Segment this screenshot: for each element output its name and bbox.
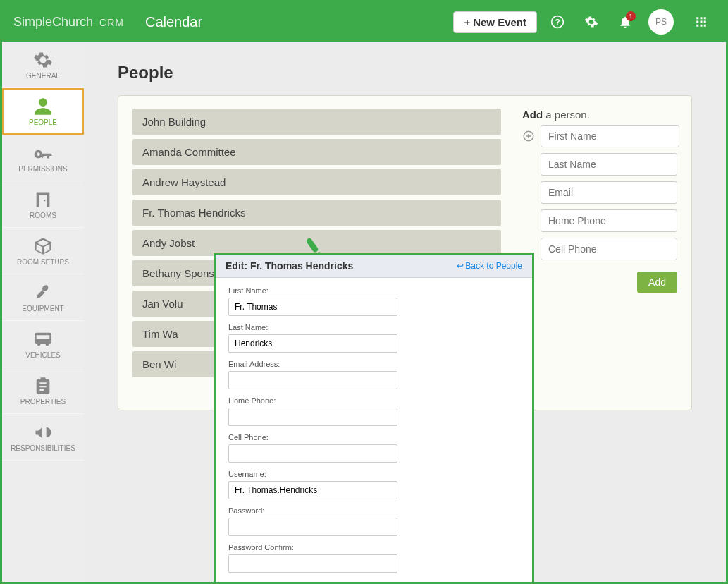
brand-logo[interactable]: SimpleChurch CRM xyxy=(13,15,124,30)
person-icon xyxy=(33,97,53,116)
plus-circle-icon xyxy=(522,130,535,142)
cell-phone-input[interactable] xyxy=(541,238,677,260)
sidebar-label: ROOM SETUPS xyxy=(17,258,69,266)
svg-rect-8 xyxy=(696,25,698,27)
edit-username-input[interactable] xyxy=(228,481,397,499)
email-label: Email Address: xyxy=(228,360,519,368)
sidebar-label: EQUIPMENT xyxy=(22,305,63,312)
sidebar-item-responsibilities[interactable]: RESPONSIBILITIES xyxy=(2,414,84,461)
people-row[interactable]: John Building xyxy=(132,109,501,135)
megaphone-icon xyxy=(33,422,53,442)
door-icon xyxy=(33,190,53,209)
username-label: Username: xyxy=(228,470,519,478)
sidebar-item-general[interactable]: GENERAL xyxy=(2,42,84,88)
user-avatar[interactable]: PS xyxy=(648,9,674,35)
edit-password-input[interactable] xyxy=(228,518,397,536)
help-icon[interactable]: ? xyxy=(544,8,571,35)
settings-icon[interactable] xyxy=(578,8,605,35)
mic-icon xyxy=(33,283,53,303)
sidebar-label: PERMISSIONS xyxy=(18,165,67,173)
add-label-rest: a person. xyxy=(543,109,590,121)
svg-rect-9 xyxy=(701,25,703,27)
topbar: SimpleChurch CRM Calendar + New Event ? … xyxy=(2,2,726,42)
edit-first-name-input[interactable] xyxy=(228,298,397,316)
svg-rect-4 xyxy=(704,17,706,19)
edit-password-confirm-input[interactable] xyxy=(228,554,397,573)
edit-cell-phone-input[interactable] xyxy=(228,444,397,463)
apps-grid-icon[interactable] xyxy=(688,8,715,35)
topbar-page-title: Calendar xyxy=(145,14,202,30)
edit-home-phone-input[interactable] xyxy=(228,408,397,426)
last-name-input[interactable] xyxy=(541,153,677,176)
new-event-button[interactable]: + New Event xyxy=(453,11,537,33)
sidebar-label: PEOPLE xyxy=(29,118,57,126)
modal-body: First Name: Last Name: Email Address: Ho… xyxy=(216,278,532,584)
sidebar-label: ROOMS xyxy=(30,212,56,219)
password-confirm-label: Password Confirm: xyxy=(228,543,519,552)
back-to-people-link[interactable]: ↩ Back to People xyxy=(457,261,522,271)
edit-person-modal: Edit: Fr. Thomas Hendricks ↩ Back to Peo… xyxy=(214,253,534,584)
email-input[interactable] xyxy=(541,181,677,204)
add-person-panel: Add a person. Add xyxy=(522,109,677,382)
sidebar-item-permissions[interactable]: PERMISSIONS xyxy=(2,135,84,181)
sidebar-item-equipment[interactable]: EQUIPMENT xyxy=(2,274,84,321)
svg-rect-5 xyxy=(696,21,698,23)
sidebar-label: VEHICLES xyxy=(25,351,60,359)
first-name-input[interactable] xyxy=(541,125,679,147)
notification-badge: 1 xyxy=(626,11,636,21)
people-row[interactable]: Andrew Haystead xyxy=(132,169,501,195)
sidebar-item-properties[interactable]: PROPERTIES xyxy=(2,367,84,414)
box-icon xyxy=(33,236,53,256)
edit-email-input[interactable] xyxy=(228,371,397,389)
page-heading: People xyxy=(118,63,692,83)
sidebar-label: PROPERTIES xyxy=(20,398,66,406)
sidebar-item-room-setups[interactable]: ROOM SETUPS xyxy=(2,228,84,274)
plus-icon: + xyxy=(464,16,470,28)
edit-last-name-input[interactable] xyxy=(228,334,397,353)
home-phone-input[interactable] xyxy=(541,209,677,232)
add-button[interactable]: Add xyxy=(637,272,677,293)
brand-main: SimpleChurch xyxy=(13,15,93,29)
sidebar-item-rooms[interactable]: ROOMS xyxy=(2,181,84,228)
svg-rect-3 xyxy=(701,17,703,19)
reply-arrow-icon: ↩ xyxy=(457,261,464,271)
new-event-label: New Event xyxy=(473,16,526,28)
svg-rect-7 xyxy=(704,21,706,23)
svg-rect-6 xyxy=(701,21,703,23)
add-label-bold: Add xyxy=(522,109,543,121)
people-row[interactable]: Amanda Committee xyxy=(132,139,501,165)
cell-phone-label: Cell Phone: xyxy=(228,433,519,442)
gear-icon xyxy=(33,50,53,70)
sidebar-label: RESPONSIBILITIES xyxy=(11,444,75,452)
people-row[interactable]: Fr. Thomas Hendricks xyxy=(132,200,501,226)
sidebar-item-vehicles[interactable]: VEHICLES xyxy=(2,321,84,367)
sidebar-item-people[interactable]: PEOPLE xyxy=(2,88,84,135)
notifications-icon[interactable]: 1 xyxy=(612,8,638,35)
modal-title: Edit: Fr. Thomas Hendricks xyxy=(226,260,353,272)
password-label: Password: xyxy=(228,506,519,515)
brand-sub: CRM xyxy=(99,17,124,28)
bus-icon xyxy=(33,329,53,349)
key-icon xyxy=(33,143,53,163)
sidebar: GENERAL PEOPLE PERMISSIONS ROOMS ROOM SE… xyxy=(2,42,84,582)
clipboard-icon xyxy=(33,376,53,396)
svg-rect-2 xyxy=(696,17,698,19)
sidebar-label: GENERAL xyxy=(26,72,60,80)
home-phone-label: Home Phone: xyxy=(228,396,519,405)
first-name-label: First Name: xyxy=(228,286,519,295)
last-name-label: Last Name: xyxy=(228,323,519,331)
back-link-text: Back to People xyxy=(465,261,522,271)
svg-rect-10 xyxy=(704,25,706,27)
add-header: Add a person. xyxy=(522,109,677,121)
svg-text:?: ? xyxy=(555,17,560,26)
modal-header: Edit: Fr. Thomas Hendricks ↩ Back to Peo… xyxy=(216,255,532,278)
